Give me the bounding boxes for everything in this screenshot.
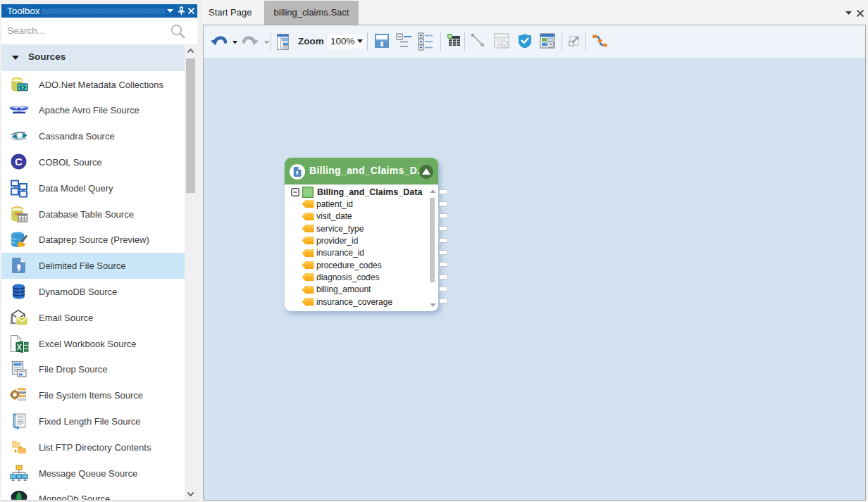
svg-text:10: 10 [497,42,501,46]
svg-text:C: C [15,155,23,167]
